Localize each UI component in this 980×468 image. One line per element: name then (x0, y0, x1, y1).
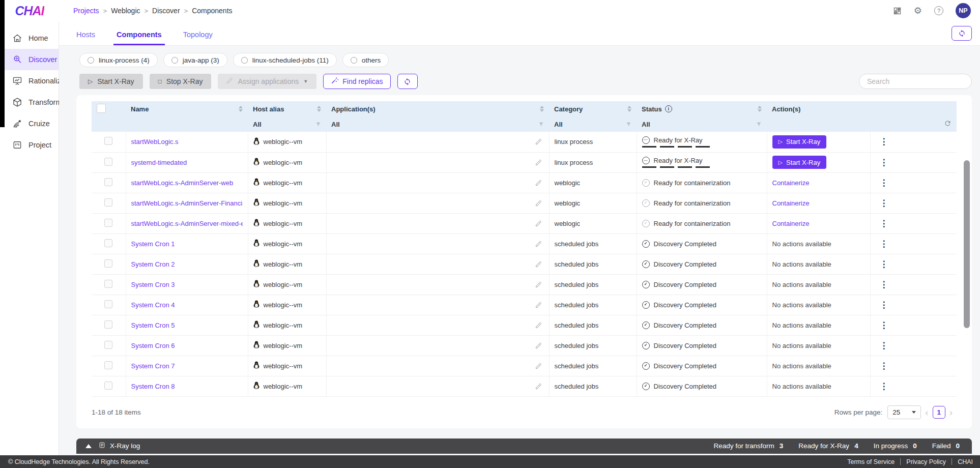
component-name-link[interactable]: System Cron 5 (131, 321, 243, 329)
row-checkbox[interactable] (104, 320, 112, 329)
chip-linux-process[interactable]: linux-process (4) (79, 53, 158, 67)
row-menu-icon[interactable]: ⋮ (876, 280, 888, 289)
start-xray-row-button[interactable]: ▷Start X-Ray (772, 156, 827, 169)
row-menu-icon[interactable]: ⋮ (876, 178, 888, 188)
filter-funnel-icon[interactable] (315, 122, 321, 127)
edit-applications-icon[interactable] (535, 383, 542, 390)
column-header-category[interactable]: Category (549, 101, 637, 116)
assign-applications-button[interactable]: Assign applications ▼ (218, 74, 316, 89)
reload-rows-icon[interactable] (944, 120, 952, 127)
row-menu-icon[interactable]: ⋮ (876, 341, 888, 350)
xray-log-bar[interactable]: X-Ray log Ready for transform3 Ready for… (76, 438, 972, 454)
row-checkbox[interactable] (104, 219, 112, 227)
edit-applications-icon[interactable] (535, 281, 542, 288)
settings-gear-icon[interactable]: ⚙ (914, 6, 922, 15)
component-name-link[interactable]: System Cron 6 (131, 342, 243, 349)
sort-icon[interactable] (239, 106, 243, 112)
row-checkbox[interactable] (104, 239, 112, 247)
category-filter[interactable]: All (549, 116, 637, 132)
edit-applications-icon[interactable] (535, 363, 542, 369)
component-name-link[interactable]: systemd-timedated (131, 159, 243, 166)
row-checkbox[interactable] (104, 382, 112, 390)
applications-filter[interactable]: All (326, 116, 549, 132)
column-header-applications[interactable]: Application(s) (326, 101, 549, 116)
row-menu-icon[interactable]: ⋮ (876, 320, 888, 330)
component-name-link[interactable]: startWebLogic.s (131, 138, 243, 145)
stop-xray-button[interactable]: □ Stop X-Ray (150, 74, 212, 89)
edit-applications-icon[interactable] (535, 322, 542, 329)
row-menu-icon[interactable]: ⋮ (876, 239, 888, 249)
sort-icon[interactable] (627, 106, 631, 112)
row-menu-icon[interactable]: ⋮ (876, 259, 888, 269)
status-filter[interactable]: All (637, 116, 767, 132)
row-menu-icon[interactable]: ⋮ (876, 382, 888, 391)
select-all-checkbox[interactable] (97, 104, 106, 113)
chai-footer-link[interactable]: CHAI (958, 458, 973, 465)
row-menu-icon[interactable]: ⋮ (876, 361, 888, 371)
tab-hosts[interactable]: Hosts (73, 31, 98, 45)
sidebar-item-project[interactable]: Project (0, 134, 59, 156)
next-page-arrow[interactable]: › (949, 407, 953, 418)
component-name-link[interactable]: System Cron 3 (131, 281, 243, 288)
column-header-name[interactable]: Name (126, 101, 248, 116)
component-name-link[interactable]: System Cron 1 (131, 240, 243, 248)
tab-topology[interactable]: Topology (180, 31, 216, 45)
terms-of-service-link[interactable]: Terms of Service (847, 458, 895, 465)
component-name-link[interactable]: startWebLogic.s-AdminServer-FinancialMan… (131, 199, 243, 207)
component-name-link[interactable]: startWebLogic.s-AdminServer-mixed-enterp… (131, 220, 243, 227)
refresh-page-button[interactable] (952, 26, 972, 41)
containerize-link[interactable]: Containerize (772, 220, 810, 227)
row-checkbox[interactable] (104, 158, 112, 166)
row-checkbox[interactable] (104, 300, 112, 308)
tab-components[interactable]: Components (113, 31, 165, 45)
user-avatar[interactable]: NP (956, 3, 971, 18)
find-replicas-button[interactable]: Find replicas (323, 74, 390, 89)
breadcrumb-projects[interactable]: Projects (73, 7, 99, 15)
edit-applications-icon[interactable] (535, 302, 542, 308)
row-menu-icon[interactable]: ⋮ (876, 158, 888, 167)
breadcrumb-discover[interactable]: Discover (152, 7, 180, 15)
sort-icon[interactable] (758, 106, 762, 112)
chip-linux-scheduled-jobs[interactable]: linux-scheduled-jobs (11) (233, 53, 337, 67)
row-checkbox[interactable] (104, 259, 112, 268)
filter-funnel-icon[interactable] (756, 122, 762, 127)
sidebar-item-rationalize[interactable]: Rationalize (0, 70, 59, 92)
row-checkbox[interactable] (104, 137, 112, 145)
chip-others[interactable]: others (342, 53, 389, 67)
edit-applications-icon[interactable] (535, 220, 542, 227)
edit-applications-icon[interactable] (535, 138, 542, 145)
component-name-link[interactable]: System Cron 2 (131, 260, 243, 268)
prev-page-arrow[interactable]: ‹ (925, 407, 928, 418)
filter-funnel-icon[interactable] (538, 122, 544, 127)
row-menu-icon[interactable]: ⋮ (876, 219, 888, 228)
sidebar-item-transform[interactable]: Transform (0, 92, 59, 113)
sort-icon[interactable] (540, 106, 544, 112)
edit-applications-icon[interactable] (535, 200, 542, 207)
row-checkbox[interactable] (104, 361, 112, 369)
rows-per-page-select[interactable]: 25 (887, 405, 921, 419)
row-menu-icon[interactable]: ⋮ (876, 300, 888, 310)
containerize-link[interactable]: Containerize (772, 199, 810, 207)
edit-applications-icon[interactable] (535, 159, 542, 166)
collapse-panel-icon[interactable] (85, 444, 92, 448)
component-name-link[interactable]: startWebLogic.s-AdminServer-web (131, 179, 243, 187)
search-input[interactable] (859, 74, 972, 89)
edit-applications-icon[interactable] (535, 180, 542, 186)
refresh-table-button[interactable] (397, 74, 418, 89)
host-alias-filter[interactable]: All (248, 116, 326, 132)
edit-applications-icon[interactable] (535, 342, 542, 349)
sort-icon[interactable] (317, 106, 321, 112)
breadcrumb-weblogic[interactable]: Weblogic (111, 7, 140, 15)
status-info-icon[interactable]: i (665, 105, 672, 112)
start-xray-button[interactable]: ▷ Start X-Ray (79, 74, 143, 89)
row-menu-icon[interactable]: ⋮ (876, 137, 888, 147)
help-icon[interactable]: ? (934, 6, 943, 15)
sidebar-item-cruize[interactable]: Cruize (0, 113, 59, 134)
row-checkbox[interactable] (104, 198, 112, 207)
table-scrollbar-thumb[interactable] (964, 160, 970, 328)
column-header-host-alias[interactable]: Host alias (248, 101, 326, 116)
privacy-policy-link[interactable]: Privacy Policy (906, 458, 946, 465)
row-checkbox[interactable] (104, 178, 112, 186)
edit-applications-icon[interactable] (535, 241, 542, 247)
apps-grid-icon[interactable] (893, 7, 902, 15)
